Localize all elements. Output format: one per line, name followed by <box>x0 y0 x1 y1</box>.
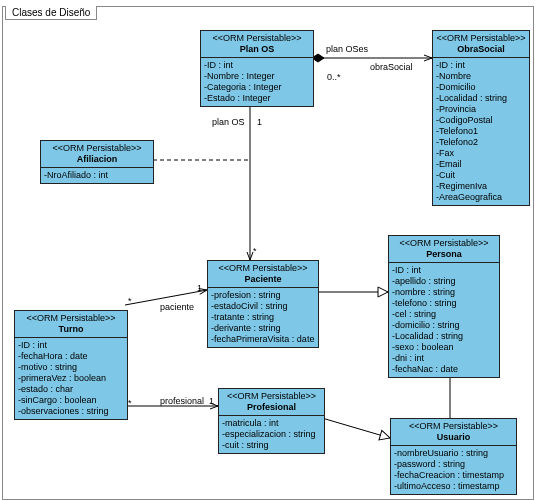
class-afiliacion: <<ORM Persistable>> Afiliacion -NroAfili… <box>40 140 154 184</box>
label-star-b: * <box>128 296 132 306</box>
stereotype: <<ORM Persistable>> <box>18 313 124 324</box>
label-profesional: profesional <box>160 396 204 406</box>
label-one-c: 1 <box>209 396 214 406</box>
stereotype: <<ORM Persistable>> <box>204 33 310 44</box>
class-name: Persona <box>392 249 496 260</box>
label-one-b: 1 <box>197 283 202 293</box>
label-star-a: * <box>253 246 257 256</box>
label-obrasocial: obraSocial <box>370 62 413 72</box>
class-attrs: -NroAfiliado : int <box>41 168 153 183</box>
label-zerostar: 0..* <box>327 72 341 82</box>
class-attrs: -ID : int -fechaHora : date -motivo : st… <box>15 338 127 419</box>
stereotype: <<ORM Persistable>> <box>44 143 150 154</box>
label-star-c: * <box>128 398 132 408</box>
class-obrasocial: <<ORM Persistable>> ObraSocial -ID : int… <box>432 30 530 206</box>
label-planos: plan OS <box>212 117 245 127</box>
class-paciente: <<ORM Persistable>> Paciente -profesion … <box>207 260 319 348</box>
stereotype: <<ORM Persistable>> <box>392 238 496 249</box>
class-attrs: -ID : int -Nombre -Domicilio -Localidad … <box>433 58 529 205</box>
class-name: Plan OS <box>204 44 310 55</box>
class-attrs: -ID : int -apellido : string -nombre : s… <box>389 263 499 377</box>
class-name: ObraSocial <box>436 44 526 55</box>
class-attrs: -profesion : string -estadoCivil : strin… <box>208 288 318 347</box>
label-one-a: 1 <box>257 117 262 127</box>
class-name: Paciente <box>211 274 315 285</box>
class-name: Profesional <box>222 402 321 413</box>
label-paciente: paciente <box>160 302 194 312</box>
class-name: Usuario <box>394 432 513 443</box>
class-persona: <<ORM Persistable>> Persona -ID : int -a… <box>388 235 500 378</box>
class-turno: <<ORM Persistable>> Turno -ID : int -fec… <box>14 310 128 420</box>
stereotype: <<ORM Persistable>> <box>394 421 513 432</box>
stereotype: <<ORM Persistable>> <box>211 263 315 274</box>
label-planoses: plan OSes <box>326 44 368 54</box>
stereotype: <<ORM Persistable>> <box>222 391 321 402</box>
class-attrs: -ID : int -Nombre : Integer -Categoria :… <box>201 58 313 106</box>
class-attrs: -nombreUsuario : string -password : stri… <box>391 446 516 494</box>
class-planos: <<ORM Persistable>> Plan OS -ID : int -N… <box>200 30 314 107</box>
class-name: Afiliacion <box>44 154 150 165</box>
class-name: Turno <box>18 324 124 335</box>
frame-title: Clases de Diseño <box>5 6 97 20</box>
class-profesional: <<ORM Persistable>> Profesional -matricu… <box>218 388 325 454</box>
stereotype: <<ORM Persistable>> <box>436 33 526 44</box>
class-usuario: <<ORM Persistable>> Usuario -nombreUsuar… <box>390 418 517 495</box>
class-attrs: -matricula : int -especializacion : stri… <box>219 416 324 453</box>
